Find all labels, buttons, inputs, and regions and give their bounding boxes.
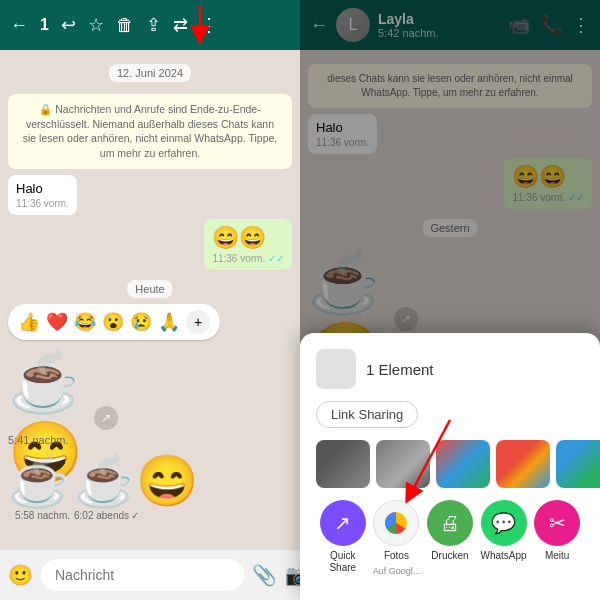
app-item-fotos[interactable]: Fotos Auf Googl... xyxy=(370,500,422,576)
emoji-time: 11:36 vorm. ✓✓ xyxy=(212,253,284,264)
share-file-icon xyxy=(316,349,356,389)
bottom-app-row: ↗ Quick Share Fotos Auf Googl... xyxy=(316,500,584,584)
left-top-bar: ← 1 ↩ ☆ 🗑 ⇪ ⇄ ⋮ xyxy=(0,0,300,50)
sticker-emoji-1: ☕ xyxy=(8,453,70,509)
app-thumb-5 xyxy=(556,440,600,488)
left-chat-area: 12. Juni 2024 🔒 Nachrichten und Anrufe s… xyxy=(0,50,300,550)
emoji-input-icon[interactable]: 🙂 xyxy=(8,563,33,587)
reaction-pray[interactable]: 🙏 xyxy=(158,311,180,333)
app-item-drucken[interactable]: 🖨 Drucken xyxy=(424,500,476,562)
more-icon[interactable]: ⋮ xyxy=(200,14,218,36)
forward-button[interactable]: ↗ xyxy=(94,406,118,430)
left-chat-panel: ← 1 ↩ ☆ 🗑 ⇪ ⇄ ⋮ 12. Juni 2024 🔒 Nachrich… xyxy=(0,0,300,600)
sticker-time-1: 5:58 nachm. xyxy=(8,510,70,521)
selection-count: 1 xyxy=(40,16,49,34)
undo-icon[interactable]: ↩ xyxy=(61,14,76,36)
fotos-icon[interactable] xyxy=(373,500,419,546)
sticker-pair: ☕ 5:58 nachm. ☕😄 6:02 abends ✓ xyxy=(8,452,292,521)
app-item-quick-share[interactable]: ↗ Quick Share xyxy=(317,500,369,574)
whatsapp-icon[interactable]: 💬 xyxy=(481,500,527,546)
emoji-bubble: 😄😄 11:36 vorm. ✓✓ xyxy=(204,219,292,270)
app-item-meitu[interactable]: ✂ Meitu xyxy=(531,500,583,562)
read-ticks-2: ✓ xyxy=(131,510,139,521)
attach-icon[interactable]: 📎 xyxy=(252,563,277,587)
forward-icon[interactable]: ⇄ xyxy=(173,14,188,36)
message-input[interactable] xyxy=(41,559,244,591)
drucken-icon[interactable]: 🖨 xyxy=(427,500,473,546)
meitu-label: Meitu xyxy=(545,550,569,562)
reaction-thumb[interactable]: 👍 xyxy=(18,311,40,333)
emoji-content: 😄😄 xyxy=(212,225,266,250)
delete-icon[interactable]: 🗑 xyxy=(116,15,134,36)
sticker-row: ☕😄 ↗ xyxy=(8,342,292,430)
link-sharing-button[interactable]: Link Sharing xyxy=(316,401,418,428)
quick-share-icon[interactable]: ↗ xyxy=(320,500,366,546)
reaction-laugh[interactable]: 😂 xyxy=(74,311,96,333)
share-sheet-header: 1 Element xyxy=(316,349,584,389)
sticker-item-1: ☕ 5:58 nachm. xyxy=(8,452,70,521)
message-row: Halo 11:36 vorm. xyxy=(8,175,292,215)
today-label: Heute xyxy=(127,280,172,298)
app-thumb-3 xyxy=(436,440,490,488)
reaction-more[interactable]: + xyxy=(186,310,210,334)
reaction-sad[interactable]: 😢 xyxy=(130,311,152,333)
share-icon[interactable]: ⇪ xyxy=(146,14,161,36)
right-chat-panel: ← L Layla 5:42 nachm. 📹 📞 ⋮ dieses Chats… xyxy=(300,0,600,600)
message-bubble: Halo 11:36 vorm. xyxy=(8,175,77,215)
meitu-icon[interactable]: ✂ xyxy=(534,500,580,546)
reaction-bar[interactable]: 👍 ❤️ 😂 😮 😢 🙏 + xyxy=(8,304,220,340)
message-text: Halo xyxy=(16,181,43,196)
sticker-time-2: 6:02 abends ✓ xyxy=(74,510,198,521)
fotos-sublabel: Auf Googl... xyxy=(373,566,421,576)
app-thumb-1 xyxy=(316,440,370,488)
app-thumbnails-row xyxy=(316,440,584,488)
sticker-emoji-2: ☕😄 xyxy=(74,453,198,509)
sticker-time: 5:41 nachm. xyxy=(8,434,292,446)
quick-share-label: Quick Share xyxy=(317,550,369,574)
whatsapp-label: WhatsApp xyxy=(481,550,527,562)
date-label: 12. Juni 2024 xyxy=(109,64,191,82)
read-ticks: ✓✓ xyxy=(268,253,284,264)
star-icon[interactable]: ☆ xyxy=(88,14,104,36)
sticker-message: ☕😄 xyxy=(8,346,88,426)
app-thumb-4 xyxy=(496,440,550,488)
share-sheet[interactable]: 1 Element Link Sharing ↗ Quick Share xyxy=(300,333,600,600)
back-icon[interactable]: ← xyxy=(10,15,28,36)
app-item-whatsapp[interactable]: 💬 WhatsApp xyxy=(478,500,530,562)
message-time: 11:36 vorm. xyxy=(16,198,69,209)
app-thumb-2 xyxy=(376,440,430,488)
message-row-sent: 😄😄 11:36 vorm. ✓✓ xyxy=(8,219,292,270)
fotos-label: Fotos xyxy=(384,550,409,562)
share-title: 1 Element xyxy=(366,361,434,378)
sticker-item-2: ☕😄 6:02 abends ✓ xyxy=(74,452,198,521)
reaction-heart[interactable]: ❤️ xyxy=(46,311,68,333)
reaction-wow[interactable]: 😮 xyxy=(102,311,124,333)
drucken-label: Drucken xyxy=(431,550,468,562)
left-bottom-bar: 🙂 📎 📷 🎤 xyxy=(0,550,300,600)
system-message[interactable]: 🔒 Nachrichten und Anrufe sind Ende-zu-En… xyxy=(8,94,292,169)
